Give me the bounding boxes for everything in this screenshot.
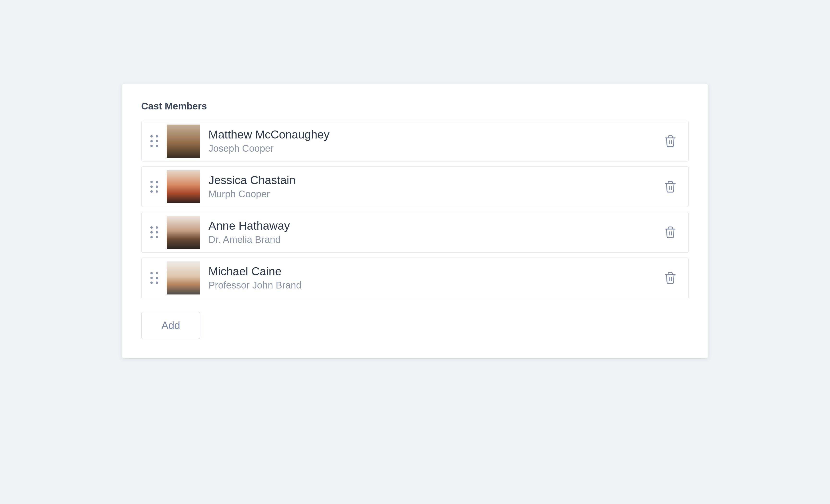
cast-text: Michael Caine Professor John Brand <box>209 265 662 291</box>
character-name: Murph Cooper <box>209 188 662 200</box>
drag-handle-icon[interactable] <box>150 271 159 284</box>
cast-list-item[interactable]: Matthew McConaughey Joseph Cooper <box>141 121 689 162</box>
svg-point-13 <box>156 190 158 193</box>
svg-point-12 <box>150 190 153 193</box>
delete-button[interactable] <box>662 269 679 287</box>
cast-text: Jessica Chastain Murph Cooper <box>209 173 662 200</box>
delete-button[interactable] <box>662 223 679 241</box>
avatar <box>167 261 200 295</box>
svg-point-26 <box>150 277 153 279</box>
delete-button[interactable] <box>662 132 679 150</box>
drag-handle-icon[interactable] <box>150 135 159 147</box>
svg-point-28 <box>150 281 153 284</box>
svg-point-10 <box>150 186 153 188</box>
avatar <box>167 125 200 158</box>
svg-point-11 <box>156 186 158 188</box>
svg-point-29 <box>156 281 158 284</box>
cast-list-item[interactable]: Michael Caine Professor John Brand <box>141 258 689 298</box>
svg-point-9 <box>156 181 158 183</box>
svg-point-27 <box>156 277 158 279</box>
cast-list: Matthew McConaughey Joseph Cooper <box>141 121 689 298</box>
svg-point-24 <box>150 272 153 274</box>
svg-point-18 <box>150 231 153 234</box>
avatar <box>167 216 200 249</box>
svg-point-25 <box>156 272 158 274</box>
svg-point-5 <box>156 145 158 147</box>
actor-name: Jessica Chastain <box>209 173 662 187</box>
svg-point-1 <box>156 135 158 137</box>
trash-icon <box>664 271 677 285</box>
drag-handle-icon[interactable] <box>150 226 159 239</box>
cast-text: Anne Hathaway Dr. Amelia Brand <box>209 219 662 246</box>
svg-point-16 <box>150 226 153 229</box>
trash-icon <box>664 179 677 194</box>
cast-list-item[interactable]: Jessica Chastain Murph Cooper <box>141 166 689 207</box>
section-title: Cast Members <box>141 101 689 111</box>
delete-button[interactable] <box>662 178 679 196</box>
trash-icon <box>664 134 677 148</box>
actor-name: Michael Caine <box>209 265 662 278</box>
trash-icon <box>664 225 677 239</box>
actor-name: Matthew McConaughey <box>209 128 662 142</box>
drag-handle-icon[interactable] <box>150 180 159 193</box>
cast-text: Matthew McConaughey Joseph Cooper <box>209 128 662 155</box>
svg-point-2 <box>150 140 153 142</box>
svg-point-3 <box>156 140 158 142</box>
avatar <box>167 170 200 203</box>
add-button[interactable]: Add <box>141 312 200 339</box>
svg-point-21 <box>156 236 158 238</box>
svg-point-19 <box>156 231 158 234</box>
character-name: Professor John Brand <box>209 279 662 291</box>
cast-members-panel: Cast Members Matthew McConaughey Joseph … <box>122 84 708 358</box>
character-name: Joseph Cooper <box>209 142 662 155</box>
svg-point-8 <box>150 181 153 183</box>
cast-list-item[interactable]: Anne Hathaway Dr. Amelia Brand <box>141 212 689 253</box>
svg-point-17 <box>156 226 158 229</box>
svg-point-0 <box>150 135 153 137</box>
svg-point-4 <box>150 145 153 147</box>
actor-name: Anne Hathaway <box>209 219 662 233</box>
character-name: Dr. Amelia Brand <box>209 233 662 246</box>
svg-point-20 <box>150 236 153 238</box>
